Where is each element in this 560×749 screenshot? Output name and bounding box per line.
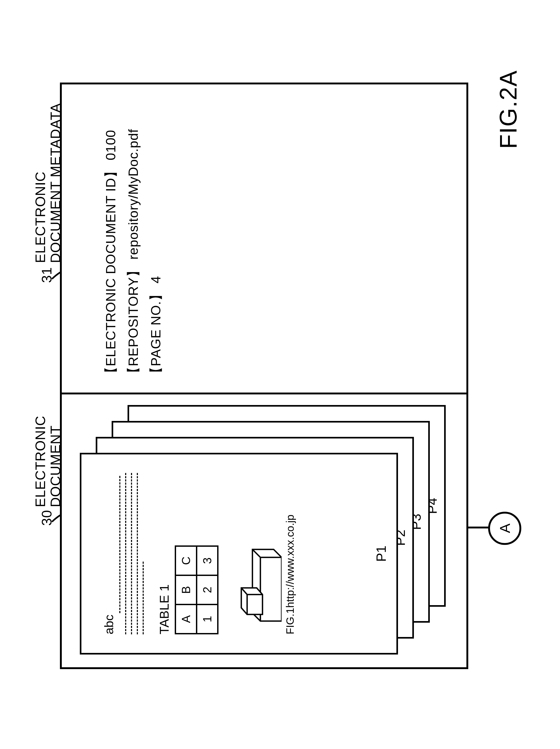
figure-caption: FIG.1http://www.xxx.co.jp — [284, 515, 296, 634]
callout-31-text: ELECTRONIC DOCUMENT METADATA — [33, 103, 63, 263]
connector-label: A — [497, 523, 513, 533]
page-1: abc TABLE 1 A B C 1 2 — [80, 453, 398, 655]
page-label-p1: P1 — [374, 545, 389, 562]
diagram-canvas: 30 ELECTRONIC DOCUMENT 31 ELECTRONIC DOC… — [28, 29, 532, 720]
connector-circle: A — [488, 512, 521, 545]
table-cell: C — [176, 546, 197, 575]
text-line — [137, 473, 138, 634]
meta-row-repo: 【REPOSITORY】 repository/MyDoc.pdf — [122, 93, 145, 380]
text-line — [143, 562, 144, 634]
mini-table: A B C 1 2 3 — [175, 545, 219, 634]
table-title: TABLE 1 — [157, 473, 172, 634]
table-cell: 2 — [197, 575, 218, 605]
table-cell: 3 — [197, 546, 218, 575]
page-stack: P4 P3 P2 abc TABLE 1 A — [80, 400, 467, 655]
text-lines — [119, 473, 144, 634]
text-line — [131, 473, 132, 634]
table-cell: 1 — [197, 605, 218, 634]
text-line — [125, 473, 126, 634]
table-cell: B — [176, 575, 197, 605]
text-line — [119, 476, 120, 613]
abc-text: abc — [102, 615, 116, 634]
text-block: abc — [100, 473, 144, 634]
callout-30-text: ELECTRONIC DOCUMENT — [33, 415, 63, 507]
figure-number: FIG.2A — [495, 70, 522, 149]
vertical-divider — [60, 392, 468, 394]
metadata-block: 【ELECTRONIC DOCUMENT ID】 0100 【REPOSITOR… — [100, 93, 167, 380]
meta-row-page: 【PAGE NO.】 4 — [145, 93, 167, 380]
box-3d-icon — [231, 539, 282, 629]
meta-row-id: 【ELECTRONIC DOCUMENT ID】 0100 — [100, 93, 122, 380]
figure-row: FIG.1http://www.xxx.co.jp — [231, 473, 296, 634]
table-cell: A — [176, 605, 197, 634]
